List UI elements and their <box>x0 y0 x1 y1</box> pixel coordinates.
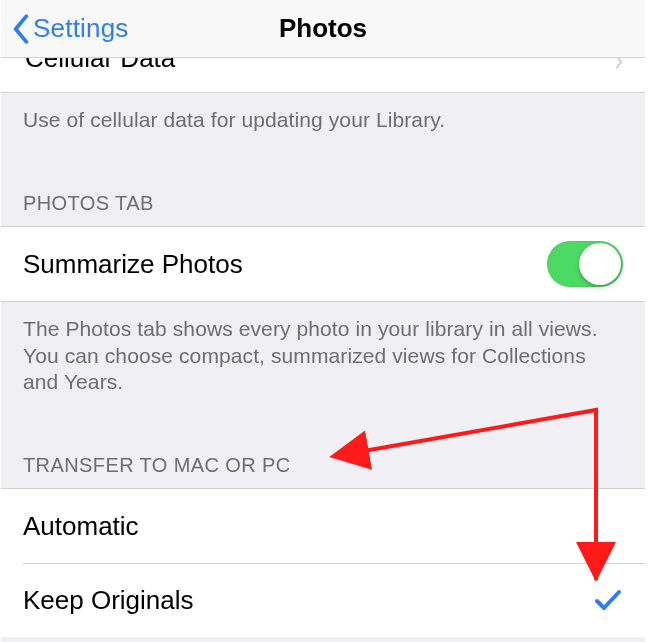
cellular-footer: Use of cellular data for updating your L… <box>1 93 645 151</box>
chevron-right-icon <box>611 58 627 70</box>
summarize-photos-label: Summarize Photos <box>23 249 547 280</box>
summarize-photos-row[interactable]: Summarize Photos <box>1 227 645 301</box>
photos-tab-footer: The Photos tab shows every photo in your… <box>1 302 645 413</box>
transfer-option-automatic[interactable]: Automatic <box>1 489 645 563</box>
switch-knob <box>579 243 621 285</box>
cellular-data-label: Cellular Data <box>25 58 175 74</box>
transfer-option-label: Keep Originals <box>23 585 593 616</box>
summarize-photos-switch[interactable] <box>547 241 623 287</box>
photos-tab-group: Summarize Photos <box>1 226 645 302</box>
back-button[interactable]: Settings <box>11 13 129 44</box>
transfer-option-label: Automatic <box>23 511 623 542</box>
photos-tab-header: PHOTOS TAB <box>1 151 645 226</box>
navigation-bar: Settings Photos <box>1 0 645 58</box>
chevron-left-icon <box>11 14 31 44</box>
cellular-data-row[interactable]: Cellular Data <box>1 58 645 93</box>
back-label: Settings <box>33 13 129 44</box>
checkmark-icon <box>593 585 623 615</box>
transfer-group: Automatic Keep Originals <box>1 488 645 637</box>
transfer-option-keep-originals[interactable]: Keep Originals <box>1 563 645 637</box>
transfer-header: TRANSFER TO MAC OR PC <box>1 413 645 488</box>
